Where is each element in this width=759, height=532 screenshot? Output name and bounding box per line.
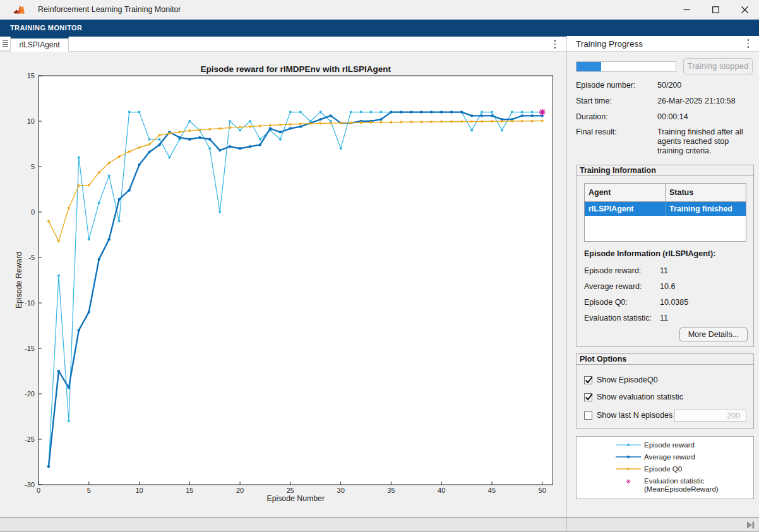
agent-column-header: Agent <box>585 184 666 201</box>
svg-text:35: 35 <box>387 487 395 494</box>
chart-legend: Episode reward Average reward Episode Q0… <box>576 436 754 499</box>
svg-text:0: 0 <box>31 208 35 216</box>
svg-text:-25: -25 <box>25 435 35 443</box>
svg-text:50: 50 <box>539 487 546 494</box>
show-last-n-episodes-checkbox[interactable] <box>584 411 592 420</box>
maximize-button[interactable] <box>701 0 730 20</box>
svg-text:Episode reward for rlMDPEnv wi: Episode reward for rlMDPEnv with rlLSPIA… <box>200 64 391 74</box>
evaluation-statistic-label: Evaluation statistic: <box>584 314 652 322</box>
svg-text:-30: -30 <box>25 481 35 488</box>
svg-text:40: 40 <box>438 487 445 494</box>
show-last-n-episodes-label: Show last N episodes <box>597 411 672 420</box>
agent-table-header: Agent Status <box>585 184 746 202</box>
show-evaluation-statistic-label: Show evaluation statistic <box>597 393 683 401</box>
episode-number-label: Episode number: <box>576 81 655 90</box>
episode-reward-line-swatch <box>616 440 641 449</box>
svg-text:-15: -15 <box>25 345 35 352</box>
window-title-bar: Reinforcement Learning Training Monitor <box>0 0 759 20</box>
document-tab-bar: rlLSPIAgent <box>0 37 566 52</box>
skip-to-end-button[interactable] <box>744 521 756 529</box>
training-information-section: Training Information Agent Status rlLSPI… <box>576 165 754 347</box>
svg-text:-20: -20 <box>25 390 35 398</box>
svg-text:15: 15 <box>27 72 35 80</box>
show-episodeq0-option[interactable]: Show EpisodeQ0 <box>584 375 658 384</box>
kebab-icon <box>748 39 750 48</box>
final-result-label: Final result: <box>576 127 655 136</box>
show-evaluation-statistic-option[interactable]: Show evaluation statistic <box>584 393 683 401</box>
agent-table-row[interactable]: rlLSPIAgent Training finished <box>585 202 746 216</box>
show-last-n-episodes-option[interactable]: Show last N episodes <box>584 411 672 420</box>
legend-item-average-reward[interactable]: Average reward <box>577 452 753 461</box>
svg-text:Episode Reward: Episode Reward <box>15 252 23 309</box>
legend-label: Episode Q0 <box>644 464 682 473</box>
final-result-value: Training finished after all agents reach… <box>657 127 756 156</box>
tab-label: rlLSPIAgent <box>19 40 59 49</box>
episode-reward-value: 11 <box>660 266 668 275</box>
duration-label: Duration: <box>576 112 655 121</box>
legend-label: Evaluation statistic(MeanEpisodeReward) <box>644 477 719 494</box>
toolstrip: TRAINING MONITOR <box>0 20 759 37</box>
n-episodes-input[interactable] <box>674 410 746 422</box>
training-information-title: Training Information <box>577 165 753 176</box>
episode-q0-line-swatch <box>616 464 641 473</box>
more-details-button[interactable]: More Details... <box>679 328 748 341</box>
status-column-header: Status <box>666 184 746 201</box>
minimize-button[interactable] <box>672 0 701 20</box>
evaluation-statistic-value: 11 <box>660 314 668 322</box>
start-time-label: Start time: <box>576 97 655 105</box>
duration-value: 00:00:14 <box>657 112 756 121</box>
window-title: Reinforcement Learning Training Monitor <box>38 0 181 20</box>
average-reward-value: 10.6 <box>660 282 675 291</box>
episode-reward-label: Episode reward: <box>584 266 641 275</box>
panel-actions-kebab-button[interactable] <box>742 37 755 50</box>
episode-q0-value: 10.0385 <box>660 298 688 307</box>
svg-text:5: 5 <box>31 163 35 170</box>
average-reward-label: Average reward: <box>584 282 642 291</box>
tab-rllspiagent[interactable]: rlLSPIAgent <box>11 37 69 52</box>
close-icon <box>741 6 748 13</box>
tab-list-icon <box>3 40 8 47</box>
toolstrip-tab-training-monitor[interactable]: TRAINING MONITOR <box>10 20 82 37</box>
legend-item-evaluation-statistic[interactable]: Evaluation statistic(MeanEpisodeReward) <box>577 477 753 495</box>
svg-text:10: 10 <box>27 117 35 125</box>
show-episodeq0-label: Show EpisodeQ0 <box>597 375 658 384</box>
svg-text:-10: -10 <box>25 299 35 307</box>
start-time-value: 26-Mar-2025 21:10:58 <box>657 97 756 105</box>
episode-reward-chart[interactable]: 05101520253035404550-30-25-20-15-10-5051… <box>0 52 566 517</box>
evaluation-statistic-asterisk-swatch <box>616 477 641 486</box>
svg-text:30: 30 <box>337 487 345 494</box>
skip-to-end-icon <box>746 521 755 529</box>
maximize-icon <box>712 6 719 13</box>
show-episodeq0-checkbox[interactable] <box>584 376 592 384</box>
svg-text:10: 10 <box>135 487 143 494</box>
agent-cell: rlLSPIAgent <box>585 202 666 216</box>
training-progress-bar <box>576 61 676 72</box>
svg-text:20: 20 <box>236 487 244 494</box>
training-stopped-button[interactable]: Training stopped <box>683 58 753 74</box>
plot-options-section: Plot Options Show EpisodeQ0 Show evaluat… <box>576 353 754 429</box>
document-actions-kebab-button[interactable] <box>549 38 561 50</box>
svg-text:Episode Number: Episode Number <box>266 494 325 503</box>
status-cell: Training finished <box>666 202 746 216</box>
episode-q0-label: Episode Q0: <box>584 298 628 307</box>
average-reward-line-swatch <box>616 452 641 461</box>
close-button[interactable] <box>730 0 759 20</box>
training-figure: 05101520253035404550-30-25-20-15-10-5051… <box>0 52 566 517</box>
tab-list-button[interactable] <box>0 37 11 51</box>
status-bar-divider <box>566 517 567 531</box>
minimize-icon <box>683 6 690 13</box>
legend-item-episode-reward[interactable]: Episode reward <box>577 440 753 449</box>
svg-text:-5: -5 <box>28 254 35 261</box>
svg-text:15: 15 <box>186 487 193 494</box>
matlab-logo-icon <box>13 4 25 16</box>
svg-text:45: 45 <box>488 487 496 494</box>
episode-number-value: 50/200 <box>657 81 756 90</box>
legend-label: Average reward <box>644 452 695 461</box>
show-evaluation-statistic-checkbox[interactable] <box>584 393 592 401</box>
svg-text:0: 0 <box>37 487 40 494</box>
legend-item-episode-q0[interactable]: Episode Q0 <box>577 464 753 473</box>
training-progress-panel: Training stopped Episode number: 50/200 … <box>566 52 759 517</box>
svg-text:25: 25 <box>287 487 294 494</box>
legend-label: Episode reward <box>644 440 695 449</box>
status-bar <box>0 517 759 532</box>
